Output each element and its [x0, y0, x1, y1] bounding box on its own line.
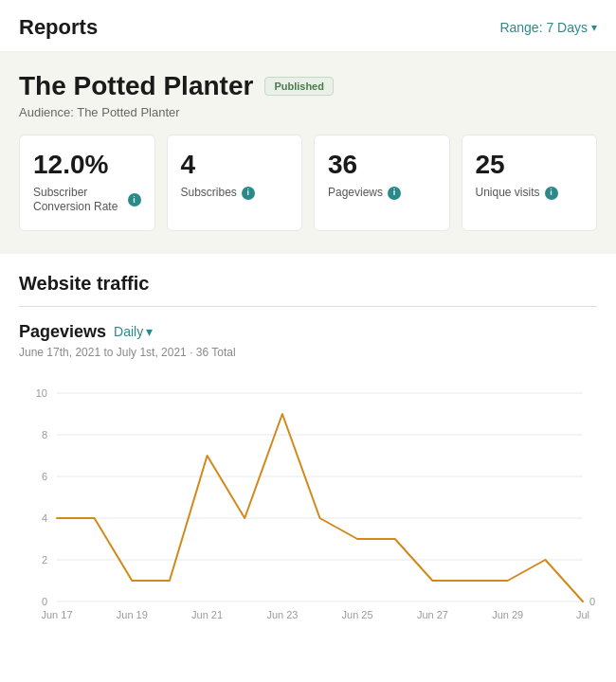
chart-line-pageviews — [57, 414, 583, 601]
pageviews-chart: 0 2 4 6 8 10 Jun 17 Jun 19 Jun 21 Jun 23… — [19, 374, 597, 620]
stats-cards: 12.0% Subscriber Conversion Rate i 4 Sub… — [19, 135, 597, 231]
chart-title: Pageviews — [19, 322, 106, 342]
frequency-chevron-icon: ▾ — [146, 324, 153, 339]
stat-label-text-unique-visits: Unique visits — [476, 186, 540, 201]
publication-title-row: The Potted Planter Published — [19, 71, 597, 101]
stat-label-subscribes: Subscribes i — [181, 186, 289, 201]
range-chevron-icon: ▾ — [591, 21, 597, 34]
x-label-jul: Jul — [576, 609, 589, 620]
info-icon-pageviews[interactable]: i — [388, 187, 401, 200]
page-header: Reports Range: 7 Days ▾ — [0, 0, 616, 52]
chart-header: Pageviews Daily ▾ June 17th, 2021 to Jul… — [19, 322, 597, 359]
info-icon-subscribes[interactable]: i — [242, 187, 255, 200]
stat-label-text-conversion: Subscriber Conversion Rate — [33, 186, 123, 215]
y-label-4: 4 — [42, 512, 47, 524]
y-label-2: 2 — [42, 554, 47, 565]
range-label: Range: 7 Days — [499, 20, 588, 35]
stat-card-subscribes: 4 Subscribes i — [167, 135, 303, 231]
chart-title-row: Pageviews Daily ▾ — [19, 322, 597, 342]
published-badge: Published — [264, 77, 334, 96]
frequency-label: Daily — [114, 324, 143, 339]
y-label-8: 8 — [42, 429, 47, 440]
x-label-jun29: Jun 29 — [492, 609, 523, 620]
x-label-jun21: Jun 21 — [191, 609, 223, 620]
x-label-jun17: Jun 17 — [41, 609, 72, 620]
x-label-jun27: Jun 27 — [417, 609, 448, 620]
info-icon-conversion[interactable]: i — [128, 193, 141, 206]
chart-svg: 0 2 4 6 8 10 Jun 17 Jun 19 Jun 21 Jun 23… — [19, 374, 597, 620]
audience-label: Audience: The Potted Planter — [19, 105, 597, 119]
y-label-0: 0 — [42, 596, 47, 607]
page-title: Reports — [19, 15, 98, 40]
stat-label-pageviews: Pageviews i — [328, 186, 436, 201]
stat-label-text-subscribes: Subscribes — [181, 186, 237, 201]
stat-value-unique-visits: 25 — [476, 151, 584, 180]
frequency-selector[interactable]: Daily ▾ — [114, 324, 153, 339]
publication-title: The Potted Planter — [19, 71, 253, 101]
stat-value-subscribes: 4 — [181, 151, 289, 180]
y-label-6: 6 — [42, 471, 47, 482]
stat-label-unique-visits: Unique visits i — [476, 186, 584, 201]
stat-value-pageviews: 36 — [328, 151, 436, 180]
last-value-label: 0 — [589, 596, 595, 607]
audience-section: The Potted Planter Published Audience: T… — [0, 52, 616, 254]
chart-subtitle: June 17th, 2021 to July 1st, 2021 · 36 T… — [19, 346, 597, 359]
x-label-jun23: Jun 23 — [266, 609, 298, 620]
section-title-traffic: Website traffic — [19, 273, 597, 307]
info-icon-unique-visits[interactable]: i — [545, 187, 558, 200]
x-label-jun19: Jun 19 — [117, 609, 148, 620]
stat-label-conversion: Subscriber Conversion Rate i — [33, 186, 141, 215]
stat-card-pageviews: 36 Pageviews i — [314, 135, 450, 231]
stat-value-conversion: 12.0% — [33, 151, 141, 180]
stat-label-text-pageviews: Pageviews — [328, 186, 383, 201]
website-traffic-section: Website traffic Pageviews Daily ▾ June 1… — [0, 254, 616, 620]
stat-card-conversion: 12.0% Subscriber Conversion Rate i — [19, 135, 155, 231]
y-label-10: 10 — [36, 387, 47, 399]
x-label-jun25: Jun 25 — [342, 609, 373, 620]
range-selector[interactable]: Range: 7 Days ▾ — [499, 20, 597, 35]
stat-card-unique-visits: 25 Unique visits i — [462, 135, 598, 231]
